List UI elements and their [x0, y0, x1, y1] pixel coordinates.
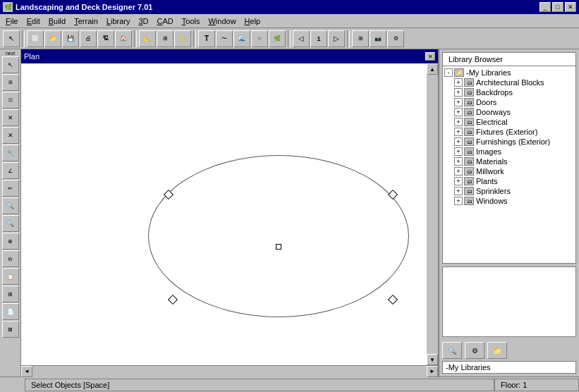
handle-bottom-right[interactable] [388, 295, 398, 305]
tree-expand-mat[interactable]: + [454, 157, 463, 166]
left-pencil[interactable]: ✏ [2, 180, 19, 197]
tree-item-doorways[interactable]: + 🗂 Doorways [454, 107, 574, 117]
tree-item-millwork[interactable]: + 🗂 Millwork [454, 166, 574, 176]
toolbar-next[interactable]: ▷ [328, 30, 345, 47]
left-zoom-out[interactable]: 🔍 [2, 215, 19, 232]
menu-file[interactable]: File [1, 16, 23, 27]
menu-help[interactable]: Help [240, 16, 265, 27]
left-box2[interactable]: ⊠ [2, 321, 19, 338]
canvas-drawing-area[interactable] [21, 63, 427, 365]
left-angle[interactable]: ∠ [2, 162, 19, 179]
tree-label-root: -My Libraries [466, 68, 511, 77]
tree-icon-plants: 🗂 [464, 177, 474, 185]
menu-terrain[interactable]: Terrain [70, 16, 102, 27]
menu-edit[interactable]: Edit [23, 16, 44, 27]
menu-library[interactable]: Library [102, 16, 135, 27]
left-cross[interactable]: ✕ [2, 109, 19, 126]
tree-expand-img[interactable]: + [454, 147, 463, 156]
tree-item-sprinklers[interactable]: + 🗂 Sprinklers [454, 186, 574, 196]
status-bar: Select Objects [Space] Floor: 1 [0, 376, 579, 392]
vscroll-up[interactable]: ▲ [427, 63, 438, 75]
left-x2[interactable]: ✕ [2, 127, 19, 144]
vertical-scrollbar[interactable]: ▲ ▼ [427, 63, 438, 365]
toolbar-circle[interactable]: ○ [251, 30, 268, 47]
tree-item-root[interactable]: - 📁 -My Libraries [444, 68, 574, 78]
tree-item-electrical[interactable]: + 🗂 Electrical [454, 117, 574, 127]
handle-bottom-left[interactable] [168, 295, 178, 305]
toolbar-water[interactable]: 🌊 [233, 30, 250, 47]
toolbar-layout[interactable]: ⊞ [352, 30, 369, 47]
menu-3d[interactable]: 3D [134, 16, 152, 27]
tree-item-furnishings[interactable]: + 🗂 Furnishings (Exterior) [454, 137, 574, 147]
hscroll-left[interactable]: ◄ [21, 366, 32, 377]
canvas-title: Plan [24, 52, 39, 61]
tree-expand-furn[interactable]: + [454, 137, 463, 146]
toolbar-tree[interactable]: 🌿 [269, 30, 286, 47]
left-grid[interactable]: ⊞ [2, 74, 19, 91]
left-zoom-in[interactable]: 🔍 [2, 197, 19, 214]
hscroll-right[interactable]: ► [427, 366, 438, 377]
toolbar-ruler[interactable]: 📐 [139, 30, 156, 47]
tree-expand-fix[interactable]: + [454, 128, 463, 136]
toolbar-save[interactable]: 💾 [62, 30, 79, 47]
tree-item-arch-blocks[interactable]: + 🗂 Architectural Blocks [454, 78, 574, 87]
minimize-button[interactable]: _ [540, 2, 551, 12]
tree-expand-doorways[interactable]: + [454, 108, 463, 116]
left-page[interactable]: 📄 [2, 303, 19, 320]
library-search-btn[interactable]: 🔍 [442, 342, 462, 359]
close-button[interactable]: ✕ [565, 2, 576, 12]
tree-expand-plants[interactable]: + [454, 177, 463, 185]
library-folder-btn[interactable]: 📁 [487, 342, 507, 359]
tree-expand-mill[interactable]: + [454, 167, 463, 176]
menu-tools[interactable]: Tools [178, 16, 205, 27]
left-box[interactable]: ⊡ [2, 92, 19, 109]
left-select[interactable]: ↖ [2, 56, 19, 73]
menu-bar: File Edit Build Terrain Library 3D CAD T… [0, 14, 579, 28]
toolbar-settings[interactable]: ⚙ [387, 30, 404, 47]
maximize-button[interactable]: □ [552, 2, 563, 12]
toolbar-prev[interactable]: ◁ [293, 30, 310, 47]
toolbar-sep-4 [288, 30, 291, 47]
tree-item-windows[interactable]: + 🗂 Windows [454, 196, 574, 206]
left-zoom-minus[interactable]: ⊖ [2, 250, 19, 267]
tree-item-fixtures[interactable]: + 🗂 Fixtures (Exterior) [454, 127, 574, 137]
tree-item-doors[interactable]: + 🗂 Doors [454, 97, 574, 107]
left-wrench[interactable]: 🔧 [2, 145, 19, 161]
toolbar-btn6[interactable]: 🏠 [115, 30, 132, 47]
left-copy[interactable]: 📋 [2, 268, 19, 285]
left-layer[interactable]: ⊞ [2, 286, 19, 302]
menu-cad[interactable]: CAD [153, 16, 178, 27]
tree-icon-doorways: 🗂 [464, 108, 474, 116]
tree-expand-root[interactable]: - [444, 68, 453, 77]
tree-expand-doors[interactable]: + [454, 98, 463, 106]
tree-expand-sprink[interactable]: + [454, 187, 463, 195]
vscroll-down[interactable]: ▼ [427, 354, 438, 365]
toolbar-open[interactable]: 📂 [44, 30, 61, 47]
tree-item-materials[interactable]: + 🗂 Materials [454, 157, 574, 166]
library-tree: - 📁 -My Libraries + 🗂 Architectural Bloc… [442, 66, 576, 264]
tree-expand-elec[interactable]: + [454, 118, 463, 126]
toolbar-wave[interactable]: 〜 [216, 30, 233, 47]
handle-center[interactable] [276, 244, 281, 250]
tree-expand-arch[interactable]: + [454, 78, 463, 87]
tree-item-images[interactable]: + 🗂 Images [454, 147, 574, 157]
tree-item-plants[interactable]: + 🗂 Plants [454, 176, 574, 186]
toolbar-select[interactable]: ↖ [3, 30, 20, 47]
tree-item-backdrops[interactable]: + 🗂 Backdrops [454, 87, 574, 97]
toolbar-measure[interactable]: 📏 [174, 30, 191, 47]
library-settings-btn[interactable]: ⚙ [465, 342, 484, 359]
canvas-close[interactable]: ✕ [425, 52, 435, 61]
tree-expand-back[interactable]: + [454, 88, 463, 97]
toolbar-print[interactable]: 🖨 [80, 30, 97, 47]
toolbar-grid[interactable]: ⊞ [157, 30, 173, 47]
menu-build[interactable]: Build [44, 16, 70, 27]
left-zoom-fit[interactable]: ⊕ [2, 233, 19, 250]
toolbar-text[interactable]: T [198, 30, 215, 47]
toolbar-btn5[interactable]: 🏗 [97, 30, 114, 47]
tree-expand-win[interactable]: + [454, 197, 463, 205]
library-browser-tab[interactable]: Library Browser [442, 52, 576, 66]
toolbar-camera[interactable]: 📷 [370, 30, 386, 47]
toolbar-new[interactable]: ⬜ [27, 30, 44, 47]
menu-window[interactable]: Window [204, 16, 240, 27]
toolbar-page[interactable]: 1 [310, 30, 327, 47]
